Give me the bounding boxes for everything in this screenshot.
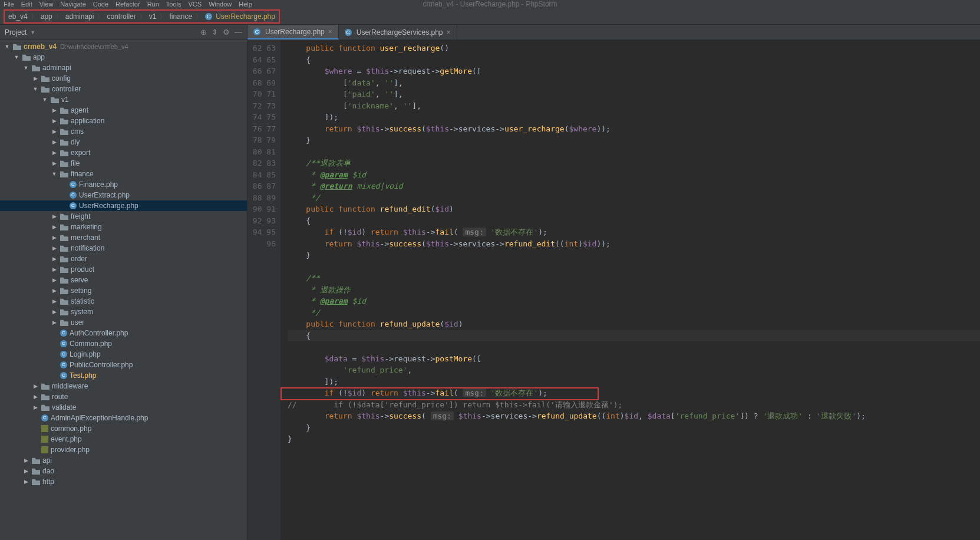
tree-folder[interactable]: ▼adminapi xyxy=(0,62,247,73)
tree-folder[interactable]: ▶cms xyxy=(0,126,247,137)
breadcrumb-current[interactable]: UserRecharge.php xyxy=(216,12,275,21)
tree-file[interactable]: CPublicController.php xyxy=(0,360,247,370)
tree-folder[interactable]: ▶product xyxy=(0,264,247,275)
tree-folder[interactable]: ▶route xyxy=(0,391,247,402)
tree-folder[interactable]: ▼app xyxy=(0,52,247,62)
tree-folder[interactable]: ▶system xyxy=(0,307,247,317)
menu-item[interactable]: Edit xyxy=(21,1,32,8)
menu-item[interactable]: View xyxy=(39,1,54,8)
tree-folder[interactable]: ▶serve xyxy=(0,275,247,285)
tree-folder[interactable]: ▶config xyxy=(0,73,247,84)
menu-item[interactable]: Tools xyxy=(166,1,182,8)
tree-file[interactable]: CTest.php xyxy=(0,370,247,381)
tree-file[interactable]: CLogin.php xyxy=(0,349,247,360)
menu-item[interactable]: Code xyxy=(93,1,108,8)
breadcrumb-item[interactable]: eb_v4 xyxy=(8,12,28,21)
tree-folder[interactable]: ▶api xyxy=(0,455,247,466)
menubar: crmeb_v4 - UserRecharge.php - PhpStorm F… xyxy=(0,0,980,8)
menu-item[interactable]: Navigate xyxy=(60,1,85,8)
breadcrumb-item[interactable]: app xyxy=(41,12,52,21)
menu-item[interactable]: Run xyxy=(147,1,159,8)
tree-folder[interactable]: ▶user xyxy=(0,317,247,328)
tree-folder[interactable]: ▶diy xyxy=(0,137,247,147)
tree-folder[interactable]: ▶setting xyxy=(0,285,247,296)
tree-folder[interactable]: ▶dao xyxy=(0,466,247,476)
tree-file[interactable]: CUserExtract.php xyxy=(0,190,247,200)
tree-folder[interactable]: ▶merchant xyxy=(0,232,247,243)
tree-folder[interactable]: ▼finance xyxy=(0,169,247,179)
tree-folder[interactable]: ▶validate xyxy=(0,402,247,413)
chevron-down-icon[interactable]: ▼ xyxy=(30,29,35,35)
breadcrumb-item[interactable]: adminapi xyxy=(65,12,94,21)
project-tool-title[interactable]: Project xyxy=(5,28,27,37)
php-file-icon: C xyxy=(345,29,352,36)
tree-folder[interactable]: ▶http xyxy=(0,476,247,487)
target-icon[interactable]: ⊕ xyxy=(200,28,207,37)
tree-file[interactable]: CAdminApiExceptionHandle.php xyxy=(0,413,247,423)
title-text: crmeb_v4 - UserRecharge.php - PhpStorm xyxy=(423,0,557,8)
gear-icon[interactable]: ⚙ xyxy=(223,28,230,37)
menu-item[interactable]: Help xyxy=(239,1,252,8)
tree-file[interactable]: CFinance.php xyxy=(0,179,247,190)
tree-folder[interactable]: ▶application xyxy=(0,116,247,126)
tree-file[interactable]: common.php xyxy=(0,423,247,434)
tree-file[interactable]: CAuthController.php xyxy=(0,328,247,338)
breadcrumb-item[interactable]: controller xyxy=(107,12,136,21)
code-editor[interactable]: 62 63 64 65 66 67 68 69 70 71 72 73 74 7… xyxy=(248,40,980,540)
breadcrumb-highlight-box: eb_v4〉 app〉 adminapi〉 controller〉 v1〉 fi… xyxy=(4,9,280,24)
collapse-icon[interactable]: ⇕ xyxy=(212,28,218,37)
tree-folder[interactable]: ▼v1 xyxy=(0,94,247,105)
tree-folder[interactable]: ▼controller xyxy=(0,84,247,94)
line-gutter: 62 63 64 65 66 67 68 69 70 71 72 73 74 7… xyxy=(248,40,281,540)
project-sidebar: Project ▼ ⊕ ⇕ ⚙ — ▼crmeb_v4D:\wuht\code\… xyxy=(0,25,248,540)
tab-label: UserRechargeServices.php xyxy=(357,28,443,37)
editor-tabs: C UserRecharge.php × C UserRechargeServi… xyxy=(248,25,980,40)
tree-file[interactable]: event.php xyxy=(0,434,247,444)
php-file-icon: C xyxy=(205,13,212,20)
tree-folder[interactable]: ▶file xyxy=(0,158,247,169)
tree-folder[interactable]: ▶freight xyxy=(0,211,247,222)
breadcrumb-bar: eb_v4〉 app〉 adminapi〉 controller〉 v1〉 fi… xyxy=(0,8,980,25)
tree-folder[interactable]: ▶agent xyxy=(0,105,247,116)
menu-item[interactable]: File xyxy=(4,1,14,8)
tree-file[interactable]: CCommon.php xyxy=(0,338,247,349)
php-file-icon: C xyxy=(253,28,260,35)
menu-item[interactable]: Refactor xyxy=(116,1,140,8)
tree-folder[interactable]: ▶order xyxy=(0,253,247,264)
tab-label: UserRecharge.php xyxy=(265,28,325,36)
code-content[interactable]: public function user_recharge() { $where… xyxy=(281,40,980,540)
menu-item[interactable]: Window xyxy=(209,1,232,8)
tree-file[interactable]: CUserRecharge.php xyxy=(0,200,247,211)
project-tree[interactable]: ▼crmeb_v4D:\wuht\code\crmeb_v4▼app▼admin… xyxy=(0,40,247,540)
tree-root[interactable]: ▼crmeb_v4D:\wuht\code\crmeb_v4 xyxy=(0,41,247,52)
hide-icon[interactable]: — xyxy=(235,28,242,37)
breadcrumb-item[interactable]: v1 xyxy=(149,12,157,21)
breadcrumb-item[interactable]: finance xyxy=(169,12,192,21)
tree-folder[interactable]: ▶marketing xyxy=(0,222,247,232)
tree-folder[interactable]: ▶notification xyxy=(0,243,247,253)
close-icon[interactable]: × xyxy=(328,28,332,36)
editor-tab[interactable]: C UserRechargeServices.php × xyxy=(339,25,457,39)
menu-item[interactable]: VCS xyxy=(189,1,202,8)
close-icon[interactable]: × xyxy=(447,28,451,37)
tree-folder[interactable]: ▶statistic xyxy=(0,296,247,307)
tree-folder[interactable]: ▶middleware xyxy=(0,381,247,391)
tree-file[interactable]: provider.php xyxy=(0,444,247,455)
editor-tab[interactable]: C UserRecharge.php × xyxy=(248,25,339,39)
tree-folder[interactable]: ▶export xyxy=(0,147,247,158)
